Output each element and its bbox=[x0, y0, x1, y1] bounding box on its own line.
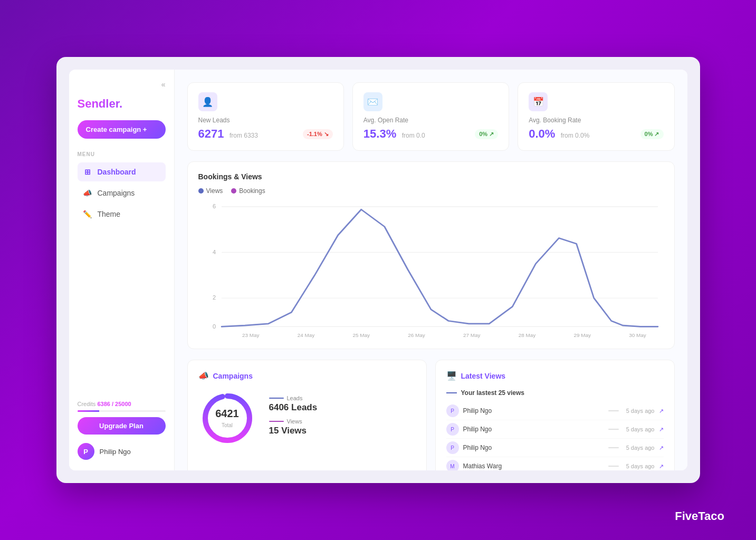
legend-bookings: Bookings bbox=[231, 187, 265, 195]
new-leads-from: from 6333 bbox=[229, 132, 258, 139]
donut-center: 6421 Total bbox=[215, 408, 239, 429]
new-leads-icon: 👤 bbox=[198, 92, 217, 111]
donut-number: 6421 bbox=[215, 408, 239, 420]
view-link-icon[interactable]: ↗ bbox=[659, 445, 664, 451]
booking-rate-icon: 📅 bbox=[529, 92, 548, 111]
svg-text:28 May: 28 May bbox=[518, 332, 535, 338]
donut-label: Total bbox=[222, 422, 233, 428]
credits-bar-fill bbox=[78, 410, 100, 412]
booking-rate-badge: 0% ↗ bbox=[640, 129, 664, 139]
new-leads-value: 6271 bbox=[198, 127, 224, 140]
view-dash bbox=[608, 429, 619, 430]
stat-card-open-rate: ✉️ Avg. Open Rate 15.3% from 0.0 0% ↗ bbox=[352, 82, 509, 151]
sidebar-item-campaigns[interactable]: 📣 Campaigns bbox=[78, 184, 166, 202]
latest-views-card: 🖥️ Latest Views Your lastest 25 views P … bbox=[435, 360, 675, 470]
view-name: Philip Ngo bbox=[463, 426, 604, 433]
svg-text:26 May: 26 May bbox=[408, 332, 425, 338]
svg-text:30 May: 30 May bbox=[629, 332, 646, 338]
legend-views: Views bbox=[198, 187, 223, 195]
view-link-icon[interactable]: ↗ bbox=[659, 426, 664, 433]
view-time: 5 days ago bbox=[623, 463, 655, 469]
main-content: 👤 New Leads 6271 from 6333 -1.1% ↘ ✉️ Av… bbox=[175, 70, 687, 470]
view-time: 5 days ago bbox=[623, 445, 655, 451]
campaign-stat-views: Views 15 Views bbox=[269, 418, 416, 436]
view-name: Mathias Warg bbox=[463, 462, 604, 470]
chart-title: Bookings & Views bbox=[198, 172, 664, 181]
credits-value: 6386 / 25000 bbox=[97, 401, 131, 407]
sidebar-label-theme: Theme bbox=[98, 210, 121, 218]
user-name: Philip Ngo bbox=[100, 448, 131, 456]
sidebar-item-theme[interactable]: ✏️ Theme bbox=[78, 205, 166, 224]
sidebar-nav: ⊞ Dashboard 📣 Campaigns ✏️ Theme bbox=[78, 162, 166, 226]
svg-text:23 May: 23 May bbox=[242, 332, 259, 338]
leads-line bbox=[269, 398, 284, 399]
bottom-section: 📣 Campaigns bbox=[187, 360, 675, 470]
sidebar-item-dashboard[interactable]: ⊞ Dashboard bbox=[78, 162, 166, 181]
svg-text:0: 0 bbox=[212, 323, 215, 330]
open-rate-badge: 0% ↗ bbox=[475, 129, 498, 139]
app-container: « Sendler. Create campaign + MENU ⊞ Dash… bbox=[56, 57, 700, 483]
view-dash bbox=[608, 466, 619, 467]
leads-value: 6406 Leads bbox=[269, 402, 416, 413]
leads-type-label: Leads bbox=[287, 395, 303, 401]
sidebar: « Sendler. Create campaign + MENU ⊞ Dash… bbox=[69, 70, 175, 470]
view-time: 5 days ago bbox=[623, 408, 655, 414]
legend-label-bookings: Bookings bbox=[239, 187, 265, 195]
new-leads-label: New Leads bbox=[198, 117, 333, 124]
upgrade-plan-button[interactable]: Upgrade Plan bbox=[78, 417, 166, 435]
dashboard-icon: ⊞ bbox=[83, 167, 92, 177]
open-rate-value: 15.3% bbox=[363, 127, 396, 140]
open-rate-icon: ✉️ bbox=[363, 92, 382, 111]
svg-text:2: 2 bbox=[212, 295, 215, 301]
legend-dot-bookings bbox=[231, 188, 236, 194]
booking-rate-value: 0.0% bbox=[529, 127, 555, 140]
view-avatar: P bbox=[446, 441, 459, 454]
view-name: Philip Ngo bbox=[463, 407, 604, 414]
stat-card-new-leads: 👤 New Leads 6271 from 6333 -1.1% ↘ bbox=[187, 82, 344, 151]
campaign-stat-leads: Leads 6406 Leads bbox=[269, 395, 416, 413]
view-avatar: P bbox=[446, 404, 459, 417]
menu-label: MENU bbox=[78, 151, 166, 157]
open-rate-from: from 0.0 bbox=[402, 132, 425, 139]
svg-text:25 May: 25 May bbox=[352, 332, 370, 338]
sidebar-bottom: Credits 6386 / 25000 Upgrade Plan P Phil… bbox=[78, 401, 166, 460]
latest-views-header: 🖥️ Latest Views bbox=[446, 371, 664, 381]
view-name: Philip Ngo bbox=[463, 444, 604, 451]
view-dash bbox=[608, 447, 619, 448]
theme-icon: ✏️ bbox=[83, 209, 92, 219]
svg-text:27 May: 27 May bbox=[463, 332, 480, 338]
credits-bar bbox=[78, 410, 166, 412]
svg-text:4: 4 bbox=[212, 249, 215, 255]
open-rate-label: Avg. Open Rate bbox=[363, 117, 498, 124]
svg-text:24 May: 24 May bbox=[297, 332, 314, 338]
view-link-icon[interactable]: ↗ bbox=[659, 463, 664, 470]
create-campaign-button[interactable]: Create campaign + bbox=[78, 120, 166, 139]
campaigns-icon: 📣 bbox=[83, 188, 92, 198]
views-subtitle: Your lastest 25 views bbox=[446, 389, 664, 397]
legend-label-views: Views bbox=[206, 187, 223, 195]
campaign-inner: 6421 Total Leads 6406 Leads bbox=[198, 389, 416, 447]
stat-card-booking-rate: 📅 Avg. Booking Rate 0.0% from 0.0% 0% ↗ bbox=[518, 82, 674, 151]
donut-chart: 6421 Total bbox=[198, 389, 256, 447]
svg-text:29 May: 29 May bbox=[573, 332, 591, 338]
booking-rate-label: Avg. Booking Rate bbox=[529, 117, 663, 124]
view-link-icon[interactable]: ↗ bbox=[659, 408, 664, 414]
campaigns-header-icon: 📣 bbox=[198, 371, 209, 381]
collapse-button[interactable]: « bbox=[161, 80, 166, 89]
sidebar-label-dashboard: Dashboard bbox=[98, 168, 136, 176]
stat-cards: 👤 New Leads 6271 from 6333 -1.1% ↘ ✉️ Av… bbox=[187, 82, 675, 151]
latest-views-icon: 🖥️ bbox=[446, 371, 457, 381]
view-dash bbox=[608, 410, 619, 411]
list-item: P Philip Ngo 5 days ago ↗ bbox=[446, 402, 664, 420]
campaigns-title: Campaigns bbox=[213, 372, 253, 380]
view-time: 5 days ago bbox=[623, 426, 655, 432]
latest-views-title: Latest Views bbox=[461, 372, 506, 380]
chart-card: Bookings & Views Views Bookings bbox=[187, 161, 675, 349]
views-type-label: Views bbox=[287, 418, 302, 425]
views-line bbox=[269, 421, 284, 422]
avatar: P bbox=[78, 443, 94, 460]
chart-area: 6 4 2 0 23 May 24 May 25 May 26 May 27 M… bbox=[198, 201, 664, 338]
views-list: P Philip Ngo 5 days ago ↗ P Philip Ngo 5… bbox=[446, 402, 664, 470]
views-value: 15 Views bbox=[269, 426, 416, 436]
fivetaco-watermark: FiveTaco bbox=[675, 509, 724, 523]
